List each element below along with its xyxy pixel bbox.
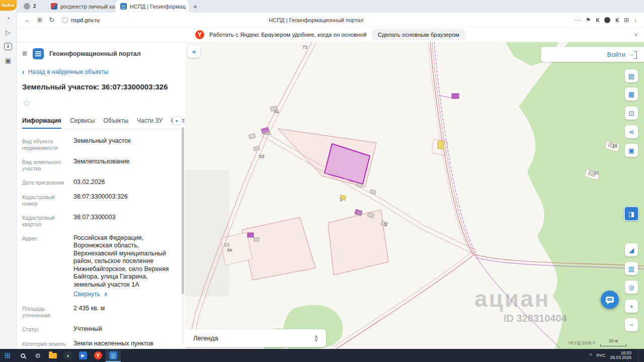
field-row: Кадастровый квартал 36:07:3300003 [22, 214, 178, 228]
field-label: Адрес [22, 234, 71, 299]
panorama-button[interactable]: ◨ [624, 206, 639, 221]
taskbar-app-photos[interactable]: ▲ [60, 349, 75, 362]
url-text: nspd.gov.ru [71, 17, 100, 23]
tab-label: росреестр личный каби [60, 4, 115, 10]
back-link-label: Назад в найденные объекты [28, 68, 109, 75]
legend-toggle-icon[interactable]: ∧∨ [314, 335, 318, 341]
show-desktop-button[interactable] [638, 349, 640, 362]
field-collapse-link[interactable]: Свернуть ∧ [73, 291, 108, 298]
print-button[interactable]: ▣ [625, 144, 638, 157]
base-layer-button[interactable]: ▥ [625, 262, 638, 275]
browser-tabstrip: 2 росреестр личный каби НСПД | Геоинформ… [17, 0, 644, 13]
back-icon[interactable]: ← [22, 16, 34, 24]
taskbar-tray: ^ РУС 16:03 26.03.2026 [590, 349, 644, 362]
yandex-service-icon[interactable]: К [596, 17, 600, 23]
legend-panel[interactable]: Легенда ∧∨ [185, 329, 326, 347]
nspd-favicon-icon [120, 3, 127, 10]
history-icon[interactable]: ◔ [0, 12, 17, 25]
yandex-logo-icon: Y [195, 30, 204, 39]
field-label: Площадь уточненная [22, 305, 71, 319]
tabs-scroll-right-button[interactable]: ▸ [173, 116, 182, 125]
taskbar-app-explorer[interactable] [45, 349, 60, 362]
omnibox[interactable]: ◯ nspd.gov.ru НСПД | Геоинформационный п… [58, 14, 575, 26]
field-row: Вид земельного участка Землепользование [22, 158, 178, 172]
map-label-1: 1 [340, 197, 342, 202]
field-row: Статус Учтенный [22, 325, 178, 333]
map-label-18: 18 [612, 143, 617, 148]
field-row: Дата присвоения 03.02.2026 [22, 178, 178, 187]
video-icon[interactable]: ▷ [0, 26, 17, 39]
menu-icon[interactable]: ≡ [22, 49, 27, 59]
new-tab-button[interactable]: + [189, 0, 202, 13]
extensions-icon[interactable]: ⊞ [624, 17, 629, 24]
scrollbar-thumb[interactable] [182, 127, 184, 294]
chevron-up-icon: ∧ [104, 291, 108, 298]
notifications-badge[interactable]: 2 [0, 40, 17, 53]
field-value: Земли населенных пунктов [73, 340, 178, 348]
field-label: Категория земель [22, 340, 71, 348]
browser-addressbar: ← ⊕ ↻ ◯ nspd.gov.ru НСПД | Геоинформацио… [17, 13, 644, 28]
zoom-out-button[interactable]: − [625, 318, 638, 331]
cadastral-map-svg[interactable] [185, 42, 644, 349]
page-title: НСПД | Геоинформационный портал [58, 17, 575, 23]
map-label-81: 81 [274, 109, 279, 114]
site-badge-icon[interactable]: ⊕ [34, 16, 46, 24]
taskbar-app-settings[interactable]: ⚙ [30, 349, 45, 362]
tray-expand-icon[interactable]: ^ [590, 353, 592, 358]
field-value: 2 435 кв. м [73, 305, 178, 313]
kinopoisk-icon[interactable]: К [615, 17, 619, 23]
taskbar-search-button[interactable] [15, 349, 30, 362]
panel-tab-Информация[interactable]: Информация [22, 113, 61, 129]
browser-tab-rosreestr[interactable]: росреестр личный каби [46, 0, 115, 13]
make-default-browser-button[interactable]: Сделать основным браузером [372, 29, 465, 40]
downloads-icon[interactable]: ↓ [634, 17, 637, 24]
field-label: Статус [22, 325, 71, 333]
panel-tab-Части ЗУ[interactable]: Части ЗУ [137, 113, 163, 129]
more-actions-icon[interactable]: ⋯ [575, 17, 581, 24]
field-value: 36:07:3300003:326 [73, 193, 178, 201]
screenshot-icon[interactable]: ▣ [0, 54, 17, 67]
start-button[interactable]: ⊞ [0, 349, 15, 362]
search-area-button[interactable]: ◎ [625, 281, 638, 294]
collapse-panel-button[interactable]: « [188, 45, 200, 58]
field-value: Учтенный [73, 325, 178, 333]
layers-button[interactable]: ▤ [625, 69, 638, 82]
globe-icon: ◯ [62, 17, 68, 23]
panel-scrollbar[interactable] [182, 127, 184, 345]
field-value: Российская Федерация, Воронежская област… [73, 234, 178, 289]
scale-label: 20 м [600, 338, 626, 343]
browser-tab-group[interactable]: 2 [19, 0, 46, 13]
favorite-star-icon[interactable]: ☆ [22, 97, 32, 109]
taskbar-app-nspd[interactable] [106, 349, 121, 362]
map-scalebar: 20 м [600, 338, 626, 346]
panel-tab-Сервисы[interactable]: Сервисы [70, 113, 95, 129]
chat-button[interactable] [601, 291, 619, 309]
addressbar-actions: ⋯ ⚑ К К ⊞ ↓ [575, 17, 639, 24]
field-value: Землепользование [73, 158, 178, 166]
my-location-button[interactable]: ◢ [625, 243, 638, 256]
object-info-panel: ≡ Геоинформационный портал ‹ Назад в най… [17, 42, 185, 349]
base-maps-button[interactable]: ▦ [625, 87, 638, 101]
portal-title: Геоинформационный портал [49, 50, 141, 57]
login-button[interactable]: Войти [541, 47, 644, 62]
close-icon[interactable]: × [634, 31, 638, 39]
clock[interactable]: 16:03 26.03.2026 [610, 351, 631, 360]
back-to-results-link[interactable]: ‹ Назад в найденные объекты [22, 68, 180, 76]
browser-tab-nspd[interactable]: НСПД | Геоинформац [115, 0, 189, 13]
legend-title: Легенда [193, 334, 218, 342]
share-button[interactable]: ⋖ [625, 125, 638, 138]
taskbar-app-yandex[interactable]: Y [91, 349, 106, 362]
notification-text: Работать с Яндекс Браузером удобнее, ког… [209, 32, 367, 38]
yandex-login-badge[interactable]: Войти [0, 0, 17, 11]
reload-icon[interactable]: ↻ [46, 16, 58, 24]
portal-logo-icon[interactable] [33, 48, 44, 59]
bookmark-icon[interactable]: ⚑ [586, 17, 591, 24]
taskbar-app-media[interactable]: ▶ [75, 349, 91, 362]
measure-button[interactable]: ⊡ [625, 107, 638, 120]
language-indicator[interactable]: РУС [596, 353, 605, 358]
map-area: 738181А831354а1820 « Войти ▤▦⊡⋖▣◨◢▥◎+− Л… [185, 42, 644, 349]
zoom-in-button[interactable]: + [625, 300, 638, 313]
music-service-icon[interactable] [604, 17, 610, 23]
panel-tab-Объекты[interactable]: Объекты [104, 113, 129, 129]
windows-taskbar: ⊞ ⚙ ▲ ▶ Y ^ РУС 16:03 26.03.2026 [0, 349, 644, 362]
